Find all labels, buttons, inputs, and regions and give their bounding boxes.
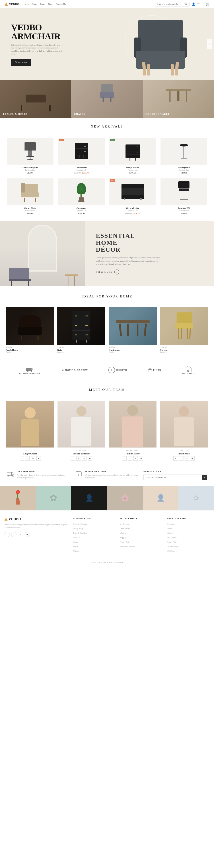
product-image[interactable] xyxy=(160,179,207,205)
nav-logo[interactable]: VEDBO xyxy=(4,2,19,6)
insta-item-5[interactable]: 👤 xyxy=(143,486,178,510)
nav-link-home[interactable]: Home xyxy=(24,3,29,5)
product-image[interactable] xyxy=(7,179,54,205)
footer-link[interactable]: Affiliate xyxy=(73,549,115,553)
footer-link[interactable]: Privacy Policy xyxy=(167,540,210,544)
ideal-price: $168.00 xyxy=(6,346,54,348)
nav-link-contact[interactable]: Contact Us xyxy=(56,3,66,5)
category-console-label: CONSOLE TABLE xyxy=(145,113,170,115)
team-social-ig[interactable]: ◉ xyxy=(190,456,194,461)
category-chairs[interactable]: CHAIRS xyxy=(71,80,143,118)
footer-link[interactable]: Terms & Conditions xyxy=(73,531,115,535)
footer-link[interactable]: Forums xyxy=(167,527,210,530)
insta-item-6[interactable]: ✿ xyxy=(178,486,214,510)
team-social-tw[interactable]: t xyxy=(179,456,183,461)
footer-social-fb[interactable]: f xyxy=(4,532,10,537)
insta-item-1[interactable] xyxy=(0,486,36,510)
menu-icon[interactable]: ☰ xyxy=(202,2,204,6)
nav-link-shop[interactable]: Shop xyxy=(32,3,37,5)
nav-link-blog[interactable]: Blog xyxy=(48,3,52,5)
footer-social-ig[interactable]: ◉ xyxy=(25,532,30,537)
essential-banner: ESSENTIAL HOME DÉCOR Lorem ipsum dolor s… xyxy=(0,221,214,286)
newsletter-email-input[interactable] xyxy=(144,475,202,480)
product-image[interactable] xyxy=(58,138,105,164)
footer-link[interactable]: Help Center xyxy=(167,536,210,539)
team-socials-4: f t in ◉ xyxy=(160,456,208,461)
hero-next-button[interactable]: › xyxy=(207,39,212,49)
team-social-in[interactable]: in xyxy=(133,456,138,461)
ideal-image-1[interactable] xyxy=(6,307,54,345)
footer-link[interactable]: Wishlist xyxy=(120,531,163,535)
product-price: $230.00 xyxy=(160,172,207,174)
footer-link[interactable]: Delivery Information xyxy=(73,522,115,526)
footer-link[interactable]: VCB Sean xyxy=(167,549,210,553)
hero-cta-button[interactable]: Shop now xyxy=(11,59,31,66)
footer-link[interactable]: My Account xyxy=(120,522,163,526)
product-image[interactable] xyxy=(58,179,105,205)
footer-link[interactable]: Order History xyxy=(120,527,163,530)
footer-social-tw[interactable]: t xyxy=(11,532,16,537)
category-tables[interactable]: TABLES & DESKS xyxy=(0,80,71,118)
team-social-ig[interactable]: ◉ xyxy=(36,456,41,461)
search-input[interactable] xyxy=(157,3,183,5)
team-social-in[interactable]: in xyxy=(185,456,189,461)
team-social-tw[interactable]: t xyxy=(76,456,81,461)
newsletter-submit-button[interactable]: › xyxy=(202,475,207,480)
wishlist-icon[interactable]: ♡ xyxy=(197,2,200,6)
footer-link[interactable]: Community xyxy=(167,522,210,526)
team-social-fb[interactable]: f xyxy=(20,456,24,461)
team-social-tw[interactable]: t xyxy=(128,456,132,461)
view-more-button[interactable]: VIEW MORE › xyxy=(96,270,163,274)
team-social-ig[interactable]: ◉ xyxy=(139,456,143,461)
footer-link[interactable]: Creative Design xyxy=(167,545,210,548)
team-name-1: Ginger Garner xyxy=(6,453,54,455)
product-badge: Sale xyxy=(59,139,64,142)
user-icon[interactable]: 👤 xyxy=(192,2,195,6)
category-console[interactable]: CONSOLE TABLE xyxy=(143,80,214,118)
insta-item-3[interactable]: 👤 xyxy=(71,486,107,510)
svg-marker-12 xyxy=(11,472,14,474)
product-category: Furniture Lab xyxy=(7,210,54,212)
team-role-3: MARKETING xyxy=(109,450,156,452)
team-social-ig[interactable]: ◉ xyxy=(87,456,92,461)
ideal-image-4[interactable] xyxy=(160,307,208,345)
product-image[interactable] xyxy=(109,179,156,205)
footer-link[interactable]: Privacy Policy xyxy=(73,527,115,530)
team-social-fb[interactable]: f xyxy=(122,456,127,461)
footer-link[interactable]: Contact xyxy=(73,540,115,544)
ideal-category: Furniture xyxy=(109,351,157,353)
product-category: Furniture Lab xyxy=(109,169,156,171)
cart-icon[interactable]: 🛒 xyxy=(206,2,210,6)
footer-link[interactable]: Privacy Policy xyxy=(120,540,163,544)
nav-link-pages[interactable]: Pages xyxy=(40,3,45,5)
insta-item-2[interactable]: ✿ xyxy=(36,486,71,510)
search-icon[interactable]: 🔍 xyxy=(184,3,187,6)
team-social-fb[interactable]: f xyxy=(173,456,178,461)
hero-chair-image xyxy=(129,13,192,75)
brand-logos-section: FACTORY FURNITURE HOME & GARDEN T TRESSE… xyxy=(0,359,214,381)
footer-link[interactable]: Meetups xyxy=(167,531,210,535)
nav-search[interactable]: 🔍 xyxy=(155,2,189,6)
product-price: $200.00 xyxy=(109,172,156,174)
ideal-image-2[interactable] xyxy=(57,307,105,345)
footer-link[interactable]: Returns xyxy=(73,545,115,548)
footer-link[interactable]: Shipping xyxy=(120,536,163,539)
ideal-item: $168.00 Kvik Furniture xyxy=(56,306,107,354)
insta-item-4[interactable]: 🌸 xyxy=(107,486,143,510)
team-social-in[interactable]: in xyxy=(82,456,86,461)
product-image[interactable] xyxy=(7,138,54,164)
product-image[interactable] xyxy=(160,138,207,164)
ideal-item: $168.00 Beach House Furniture xyxy=(4,306,55,354)
newsletter-form[interactable]: › xyxy=(143,474,207,480)
product-image[interactable] xyxy=(109,138,156,164)
footer-social-in[interactable]: in xyxy=(18,532,23,537)
feature-newsletter: NEWSLETTER › xyxy=(143,470,207,480)
footer-link[interactable]: About Us xyxy=(73,536,115,539)
footer-link[interactable]: Frequently Questions xyxy=(120,545,163,548)
newsletter-title: NEWSLETTER xyxy=(143,470,207,473)
team-social-tw[interactable]: t xyxy=(25,456,30,461)
hero-text: VEDBOARMCHAIR Soft but distinct lines cr… xyxy=(11,23,63,66)
team-social-in[interactable]: in xyxy=(31,456,35,461)
team-social-fb[interactable]: f xyxy=(71,456,75,461)
ideal-image-3[interactable] xyxy=(109,307,157,345)
